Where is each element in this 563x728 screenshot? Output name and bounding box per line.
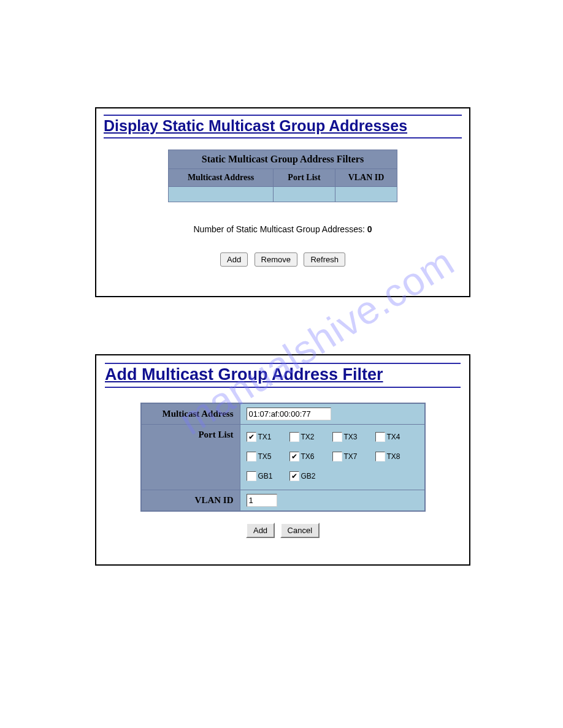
- port-item-gb1: GB1: [247, 471, 286, 481]
- add-multicast-filter-panel: Add Multicast Group Address Filter Multi…: [95, 354, 470, 566]
- port-item-tx8: TX8: [375, 452, 415, 461]
- panel1-button-row: Add Remove Refresh: [104, 252, 462, 267]
- port-label: TX4: [387, 433, 400, 441]
- refresh-button[interactable]: Refresh: [304, 252, 345, 267]
- port-label: TX2: [301, 433, 315, 441]
- port-label: TX7: [344, 452, 358, 461]
- count-line: Number of Static Multicast Group Address…: [104, 224, 462, 234]
- divider: [104, 115, 462, 116]
- port-item-gb2: ✔GB2: [289, 471, 329, 481]
- display-multicast-title-link[interactable]: Display Static Multicast Group Addresses: [104, 117, 462, 135]
- add-filter-button[interactable]: Add: [246, 523, 275, 538]
- port-checkbox-tx5[interactable]: [247, 452, 256, 461]
- port-item-tx6: ✔TX6: [289, 452, 329, 461]
- divider: [105, 387, 461, 388]
- filters-table-wrap: Static Multicast Group Address Filters M…: [104, 150, 462, 202]
- divider: [105, 363, 461, 364]
- divider: [104, 137, 462, 138]
- cancel-button[interactable]: Cancel: [280, 523, 320, 538]
- port-checkbox-tx7[interactable]: [332, 452, 342, 461]
- port-checkbox-tx4[interactable]: [375, 432, 385, 442]
- port-item-tx4: TX4: [375, 432, 415, 442]
- remove-button[interactable]: Remove: [255, 252, 297, 267]
- col-vlan-id: VLAN ID: [335, 169, 397, 187]
- port-label: TX5: [258, 452, 272, 461]
- port-checkbox-gb2[interactable]: ✔: [289, 471, 299, 481]
- panel2-button-row: Add Cancel: [105, 523, 461, 538]
- port-label: TX8: [387, 452, 400, 461]
- multicast-address-label: Multicast Address: [141, 403, 240, 425]
- port-checkbox-tx8[interactable]: [375, 452, 385, 461]
- port-item-tx2: TX2: [289, 432, 329, 442]
- col-multicast-address: Multicast Address: [169, 169, 274, 187]
- add-filter-table: Multicast Address Port List ✔TX1TX2TX3TX…: [140, 403, 426, 512]
- add-button[interactable]: Add: [220, 252, 248, 267]
- port-item-tx1: ✔TX1: [247, 432, 286, 442]
- port-label: TX6: [301, 452, 315, 461]
- port-checkbox-tx6[interactable]: ✔: [289, 452, 299, 461]
- table-row: [169, 187, 397, 202]
- port-item-tx5: TX5: [247, 452, 286, 461]
- multicast-address-input[interactable]: [247, 408, 331, 420]
- port-label: TX3: [344, 433, 358, 441]
- port-checkbox-tx1[interactable]: ✔: [247, 432, 256, 442]
- port-item-tx7: TX7: [332, 452, 372, 461]
- port-checkbox-tx3[interactable]: [332, 432, 342, 442]
- count-value: 0: [367, 224, 372, 234]
- port-label: GB2: [301, 472, 316, 480]
- port-item-tx3: TX3: [332, 432, 372, 442]
- filters-table: Static Multicast Group Address Filters M…: [168, 150, 397, 202]
- vlan-id-input[interactable]: [247, 494, 277, 507]
- port-list-grid: ✔TX1TX2TX3TX4TX5✔TX6TX7TX8GB1✔GB2: [247, 428, 418, 486]
- port-checkbox-gb1[interactable]: [247, 471, 256, 481]
- port-label: TX1: [258, 433, 272, 441]
- vlan-id-label: VLAN ID: [141, 490, 240, 512]
- count-label: Number of Static Multicast Group Address…: [193, 224, 367, 234]
- port-checkbox-tx2[interactable]: [289, 432, 299, 442]
- port-label: GB1: [258, 472, 273, 480]
- add-filter-table-wrap: Multicast Address Port List ✔TX1TX2TX3TX…: [105, 403, 461, 512]
- add-multicast-filter-title-link[interactable]: Add Multicast Group Address Filter: [105, 365, 461, 384]
- filters-table-caption: Static Multicast Group Address Filters: [169, 150, 397, 169]
- port-list-label: Port List: [141, 425, 240, 490]
- display-multicast-panel: Display Static Multicast Group Addresses…: [95, 107, 470, 297]
- col-port-list: Port List: [274, 169, 335, 187]
